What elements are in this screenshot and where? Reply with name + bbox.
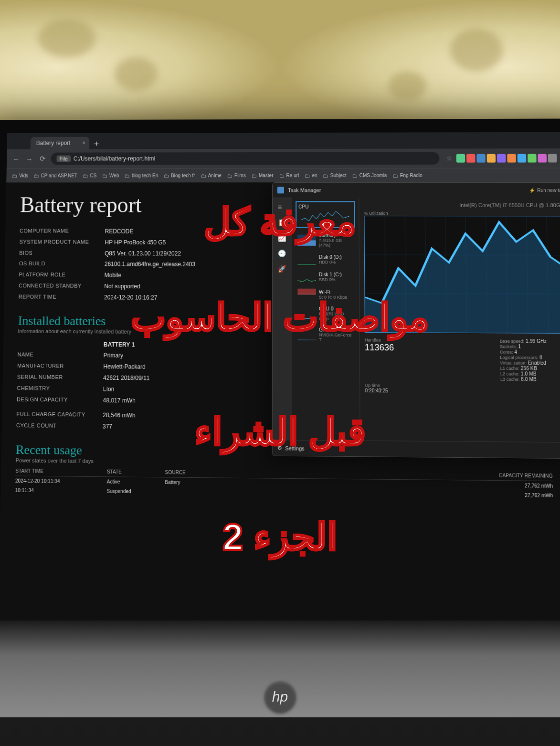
run-icon: ⚡: [529, 188, 535, 193]
close-icon[interactable]: ×: [82, 140, 85, 147]
task-manager-icon: [277, 187, 284, 193]
extension-icon[interactable]: [507, 154, 516, 162]
address-bar[interactable]: File C:/Users/bilal/battery-report.html: [51, 152, 440, 165]
extension-icon[interactable]: [538, 154, 547, 162]
folder-icon: 🗀: [83, 173, 88, 179]
folder-icon: 🗀: [227, 173, 232, 179]
extension-icon[interactable]: [497, 154, 506, 162]
caption-line-3: قبل الشراء: [194, 410, 366, 454]
extension-icon[interactable]: [487, 154, 496, 162]
bookmark-star-icon[interactable]: ☆: [446, 155, 452, 162]
perf-card-disk0[interactable]: Disk 0 (D:)HDD 0%: [296, 252, 355, 267]
bookmark-folder[interactable]: 🗀CS: [83, 173, 97, 179]
folder-icon: 🗀: [164, 173, 169, 179]
folder-icon: 🗀: [102, 173, 107, 179]
back-button[interactable]: ←: [11, 154, 21, 164]
bookmark-folder[interactable]: 🗀Master: [252, 173, 274, 179]
folder-icon: 🗀: [252, 173, 257, 179]
background-pillows: [0, 0, 560, 134]
folder-icon: 🗀: [323, 173, 328, 179]
folder-icon: 🗀: [125, 173, 130, 179]
extension-icon[interactable]: [528, 154, 537, 162]
bookmark-folder[interactable]: 🗀Eng Radio: [392, 172, 423, 178]
extension-icon[interactable]: [456, 154, 465, 162]
reload-button[interactable]: ⟳: [38, 154, 47, 164]
folder-icon: 🗀: [305, 173, 310, 179]
cpu-model-name: Intel(R) Core(TM) i7-8550U CPU @ 1.80GHz: [364, 202, 560, 208]
folder-icon: 🗀: [392, 172, 398, 178]
folder-icon: 🗀: [34, 173, 39, 179]
folder-icon: 🗀: [12, 173, 17, 179]
bookmark-folder[interactable]: 🗀Vids: [12, 173, 28, 179]
run-new-task-button[interactable]: ⚡ Run new task: [529, 188, 560, 193]
svg-rect-2: [297, 289, 316, 294]
bookmark-folder[interactable]: 🗀Blog tech fr: [164, 173, 195, 179]
bookmark-folder[interactable]: 🗀en: [305, 173, 317, 179]
browser-tab[interactable]: Battery report ×: [31, 137, 89, 149]
battery-report-page: Battery report COMPUTER NAMEREDCODE SYST…: [0, 182, 560, 636]
extension-icon[interactable]: [476, 154, 486, 162]
bookmark-folder[interactable]: 🗀CMS Joomla: [352, 172, 387, 178]
tab-strip: Battery report × +: [7, 132, 560, 149]
perf-card-disk1[interactable]: Disk 1 (C:)SSD 0%: [296, 269, 355, 284]
extension-icon[interactable]: [518, 154, 527, 162]
folder-icon: 🗀: [201, 173, 206, 179]
extension-icon[interactable]: [548, 154, 557, 162]
bookmark-folder[interactable]: 🗀Re url: [279, 173, 299, 179]
new-tab-button[interactable]: +: [89, 139, 104, 149]
util-label: % Utilization: [364, 211, 560, 216]
task-manager-titlebar[interactable]: Task Manager ⚡ Run new task: [273, 183, 560, 198]
forward-button[interactable]: →: [24, 154, 34, 164]
url-text: C:/Users/bilal/battery-report.html: [74, 155, 155, 162]
caption-line-1: معرفة كل: [204, 200, 357, 244]
cpu-stats-grid: Handles113636 Base speed: 1.99 GHz Socke…: [365, 337, 560, 395]
extension-icon[interactable]: [466, 154, 475, 162]
bookmarks-bar: 🗀Vids 🗀CP and ASP.NET 🗀CS 🗀Web 🗀blog tec…: [6, 168, 560, 183]
caption-line-4: الجزء 2: [222, 515, 338, 559]
file-chip: File: [56, 156, 71, 162]
extensions-row: [456, 154, 557, 162]
task-manager-title: Task Manager: [288, 187, 321, 193]
tab-title: Battery report: [36, 140, 71, 147]
laptop-frame: Battery report × + ← → ⟳ File C:/Users/b…: [0, 118, 560, 656]
url-bar: ← → ⟳ File C:/Users/bilal/battery-report…: [7, 148, 560, 168]
bookmark-folder[interactable]: 🗀blog tech En: [125, 173, 158, 179]
bookmark-folder[interactable]: 🗀Anime: [201, 173, 222, 179]
folder-icon: 🗀: [352, 173, 357, 179]
startup-icon[interactable]: 🚀: [278, 265, 286, 273]
bookmark-folder[interactable]: 🗀CP and ASP.NET: [34, 173, 77, 179]
caption-line-2: مواصفات الحاسوب: [131, 296, 430, 339]
folder-icon: 🗀: [279, 173, 284, 179]
bookmark-folder[interactable]: 🗀Films: [227, 173, 246, 179]
bookmark-folder[interactable]: 🗀Web: [102, 173, 119, 179]
app-history-icon[interactable]: 🕘: [278, 250, 286, 258]
bookmark-folder[interactable]: 🗀Subject: [323, 173, 347, 179]
hp-logo: hp: [264, 681, 296, 713]
